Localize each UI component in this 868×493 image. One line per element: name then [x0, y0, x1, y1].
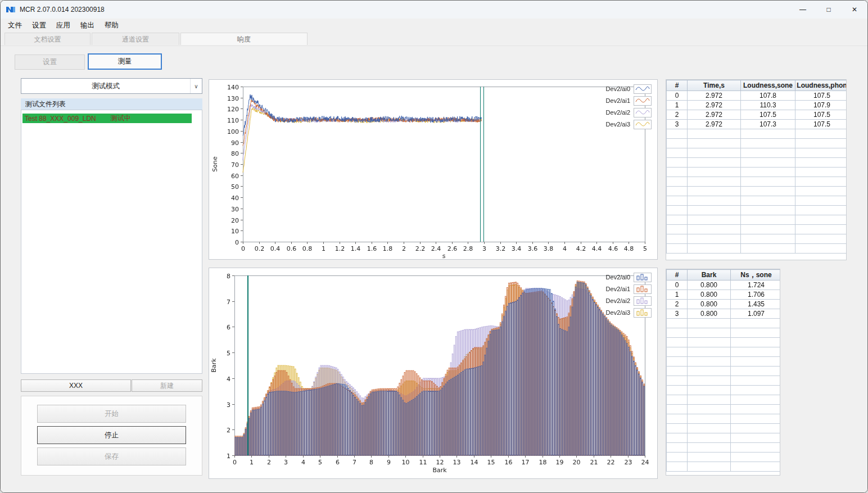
- table-cell: 107.9: [795, 101, 847, 110]
- table-row[interactable]: 30.8001.097: [667, 309, 781, 319]
- legend-label: Dev2/ai3: [606, 309, 630, 316]
- specific-loudness-chart[interactable]: [209, 268, 657, 478]
- test-file-list[interactable]: Test 88_XXX_009_LDN 测试中: [21, 110, 202, 374]
- new-button[interactable]: 新建: [132, 379, 202, 392]
- table-cell: [795, 187, 847, 196]
- table-cell: [741, 177, 795, 187]
- menu-help[interactable]: 帮助: [100, 19, 124, 33]
- table-row-empty: [667, 225, 847, 234]
- table-row[interactable]: 10.8001.706: [667, 290, 781, 300]
- line-series-icon: [634, 108, 652, 117]
- legend-label: Dev2/ai1: [606, 97, 630, 104]
- measure-subtab-button[interactable]: 测量: [88, 53, 162, 70]
- table-cell: 3: [667, 120, 688, 129]
- tabstrip: 文档设置 通道设置 响度: [1, 33, 867, 46]
- save-button[interactable]: 保存: [37, 447, 186, 465]
- table-cell: [688, 206, 741, 215]
- table-row-empty: [667, 187, 847, 196]
- line-series-icon: [634, 120, 652, 129]
- table-cell: [741, 244, 795, 254]
- table-cell: 3: [667, 309, 688, 319]
- menu-apply[interactable]: 应用: [51, 19, 75, 33]
- minimize-button[interactable]: —: [790, 1, 816, 19]
- table-row-empty: [667, 196, 847, 206]
- test-file-item[interactable]: Test 88_XXX_009_LDN 测试中: [22, 114, 192, 123]
- table-cell: 0.800: [688, 309, 731, 319]
- test-file-list-header: 测试文件列表: [21, 98, 202, 110]
- settings-subtab-button[interactable]: 设置: [15, 55, 85, 70]
- table-row-empty: [667, 443, 781, 453]
- table-row-empty: [667, 158, 847, 168]
- bar-series-icon: [634, 308, 652, 318]
- col-loudness-phon: Loudness,phon: [795, 80, 847, 91]
- table-row[interactable]: 32.972107.3107.5: [667, 120, 847, 129]
- table-cell: [688, 453, 731, 462]
- table-cell: [667, 338, 688, 347]
- table-cell: 1: [667, 290, 688, 300]
- table-cell: 1.097: [731, 309, 781, 319]
- table-cell: [688, 347, 731, 357]
- table-cell: [795, 244, 847, 254]
- table-cell: [731, 443, 781, 453]
- menu-output[interactable]: 输出: [75, 19, 100, 33]
- table-row[interactable]: 00.8001.724: [667, 281, 781, 290]
- menu-file[interactable]: 文件: [3, 19, 27, 33]
- table-cell: [688, 424, 731, 433]
- stop-button[interactable]: 停止: [37, 426, 186, 444]
- col-time: Time,s: [688, 80, 741, 91]
- test-mode-select[interactable]: 测试模式 ∨: [21, 78, 202, 94]
- menu-settings[interactable]: 设置: [27, 19, 51, 33]
- window-title: MCR 2.07.0.014 202300918: [20, 6, 105, 13]
- table-row[interactable]: 20.8001.435: [667, 300, 781, 309]
- legend-label: Dev2/ai0: [606, 85, 630, 92]
- tab-channel-settings[interactable]: 通道设置: [92, 33, 179, 45]
- maximize-button[interactable]: □: [816, 1, 842, 19]
- table-cell: [731, 462, 781, 472]
- table-header-row: # Bark Ns，sone: [667, 270, 781, 281]
- table-cell: 1: [667, 101, 688, 110]
- table-cell: [731, 433, 781, 443]
- specific-loudness-chart-panel: Dev2/ai0Dev2/ai1Dev2/ai2Dev2/ai3: [209, 268, 658, 479]
- table-row[interactable]: 02.972107.8107.5: [667, 91, 847, 101]
- table-cell: [667, 215, 688, 225]
- table-row-empty: [667, 405, 781, 414]
- table-cell: [795, 139, 847, 148]
- table-cell: 107.3: [741, 120, 795, 129]
- table-row-empty: [667, 139, 847, 148]
- xxx-button[interactable]: XXX: [21, 379, 131, 392]
- legend-entry: Dev2/ai0: [606, 273, 652, 282]
- close-button[interactable]: ✕: [842, 1, 867, 19]
- table-cell: 0: [667, 91, 688, 101]
- table-cell: [741, 234, 795, 244]
- table-cell: [688, 357, 731, 367]
- table-row-empty: [667, 424, 781, 433]
- table-cell: [795, 129, 847, 139]
- table-row[interactable]: 12.972110.3107.9: [667, 101, 847, 110]
- table-row[interactable]: 22.972107.5107.5: [667, 110, 847, 120]
- table-cell: [795, 215, 847, 225]
- specific-loudness-table-panel: # Bark Ns，sone 00.8001.72410.8001.70620.…: [666, 269, 780, 476]
- loudness-time-chart[interactable]: [209, 80, 657, 259]
- table-cell: [741, 187, 795, 196]
- legend-entry: Dev2/ai0: [606, 84, 652, 93]
- table-cell: [667, 395, 688, 405]
- table-row-empty: [667, 376, 781, 386]
- table-cell: [688, 386, 731, 395]
- table-cell: [795, 177, 847, 187]
- start-button[interactable]: 开始: [37, 405, 186, 423]
- bar-series-icon: [634, 273, 652, 282]
- tab-loudness[interactable]: 响度: [180, 33, 308, 45]
- table-cell: [731, 414, 781, 424]
- table-cell: 107.5: [741, 110, 795, 120]
- tab-document-settings[interactable]: 文档设置: [4, 33, 91, 45]
- table-row-empty: [667, 414, 781, 424]
- table-cell: [688, 405, 731, 414]
- table-cell: [731, 328, 781, 338]
- table-row-empty: [667, 347, 781, 357]
- chevron-down-icon[interactable]: ∨: [190, 79, 202, 93]
- table-cell: [688, 443, 731, 453]
- window-controls: — □ ✕: [790, 1, 867, 19]
- loudness-time-chart-panel: Dev2/ai0Dev2/ai1Dev2/ai2Dev2/ai3: [209, 79, 658, 260]
- table-cell: 2.972: [688, 101, 741, 110]
- col-index: #: [667, 270, 688, 281]
